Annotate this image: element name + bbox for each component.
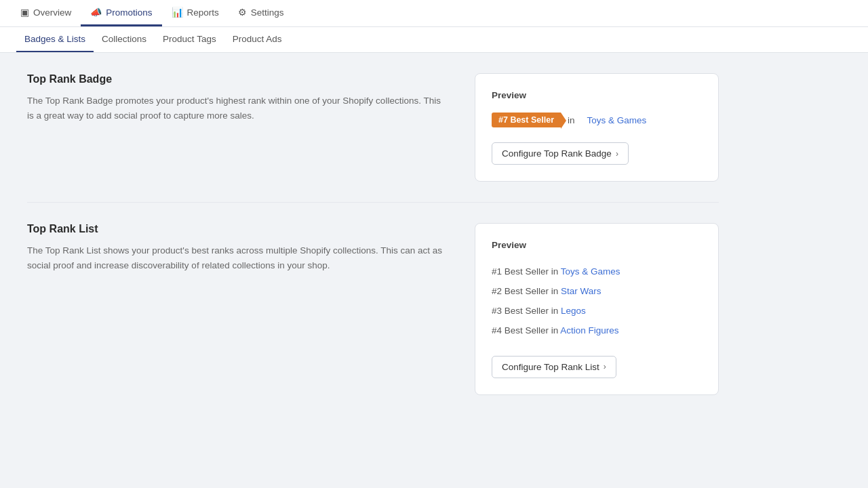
list-item: #4 Best Seller in Action Figures xyxy=(492,321,702,341)
list-item: #2 Best Seller in Star Wars xyxy=(492,282,702,302)
reports-icon: 📊 xyxy=(172,7,183,18)
overview-icon: ▣ xyxy=(20,7,29,18)
settings-icon: ⚙ xyxy=(238,7,247,18)
nav-item-promotions[interactable]: 📣 Promotions xyxy=(81,0,161,26)
list-title: Top Rank List xyxy=(27,223,448,235)
section-divider xyxy=(27,202,719,203)
badge-preview-card: Preview #7 Best Seller in Toys & Games C… xyxy=(475,73,719,182)
list-desc-text: The Top Rank List shows your product's b… xyxy=(27,243,448,272)
list-item: #3 Best Seller in Legos xyxy=(492,302,702,321)
chevron-right-icon: › xyxy=(616,149,618,159)
nav-item-reports[interactable]: 📊 Reports xyxy=(162,0,229,26)
badge-desc-text: The Top Rank Badge promotes your product… xyxy=(27,94,448,123)
nav-item-settings-label: Settings xyxy=(251,7,284,18)
sub-nav: Badges & Lists Collections Product Tags … xyxy=(0,27,868,53)
chevron-right-icon-2: › xyxy=(604,362,606,371)
nav-item-promotions-label: Promotions xyxy=(106,7,152,18)
badge-description: Top Rank Badge The Top Rank Badge promot… xyxy=(27,73,448,123)
badge-preview-content: #7 Best Seller in Toys & Games xyxy=(492,113,702,127)
list-preview-card: Preview #1 Best Seller in Toys & Games#2… xyxy=(475,223,719,395)
nav-item-reports-label: Reports xyxy=(187,7,219,18)
list-section: Top Rank List The Top Rank List shows yo… xyxy=(27,223,719,395)
subnav-badges-lists[interactable]: Badges & Lists xyxy=(16,27,94,52)
list-preview-label: Preview xyxy=(492,240,702,250)
configure-list-button[interactable]: Configure Top Rank List › xyxy=(492,356,616,378)
configure-list-label: Configure Top Rank List xyxy=(502,362,599,372)
subnav-collections[interactable]: Collections xyxy=(94,27,155,52)
list-description: Top Rank List The Top Rank List shows yo… xyxy=(27,223,448,272)
rank-badge: #7 Best Seller xyxy=(492,113,561,127)
badge-collection-link[interactable]: Toys & Games xyxy=(587,115,647,125)
top-nav: ▣ Overview 📣 Promotions 📊 Reports ⚙ Sett… xyxy=(0,0,868,27)
configure-badge-label: Configure Top Rank Badge xyxy=(502,148,612,159)
subnav-product-tags[interactable]: Product Tags xyxy=(155,27,224,52)
promotions-icon: 📣 xyxy=(90,7,102,18)
main-content: Top Rank Badge The Top Rank Badge promot… xyxy=(0,53,746,436)
badge-title: Top Rank Badge xyxy=(27,73,448,85)
list-item: #1 Best Seller in Toys & Games xyxy=(492,262,702,282)
subnav-product-ads[interactable]: Product Ads xyxy=(224,27,290,52)
badge-in-text: in xyxy=(568,115,575,125)
rank-list: #1 Best Seller in Toys & Games#2 Best Se… xyxy=(492,262,702,341)
badge-preview-label: Preview xyxy=(492,90,702,100)
badge-section: Top Rank Badge The Top Rank Badge promot… xyxy=(27,73,719,182)
configure-badge-button[interactable]: Configure Top Rank Badge › xyxy=(492,142,629,165)
nav-item-overview-label: Overview xyxy=(33,7,71,18)
nav-item-overview[interactable]: ▣ Overview xyxy=(11,0,81,26)
nav-item-settings[interactable]: ⚙ Settings xyxy=(229,0,294,26)
